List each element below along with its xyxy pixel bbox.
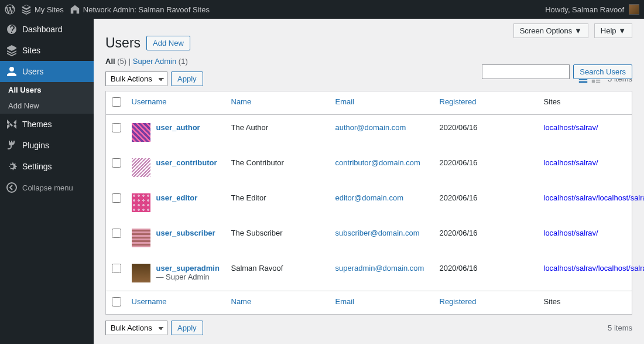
users-submenu: All Users Add New <box>0 82 94 114</box>
col-username[interactable]: Username <box>132 97 167 106</box>
col-email[interactable]: Email <box>335 97 355 106</box>
row-checkbox[interactable] <box>112 158 121 168</box>
submenu-all-users[interactable]: All Users <box>0 82 94 98</box>
wordpress-icon <box>5 4 15 15</box>
col-registered[interactable]: Registered <box>440 97 477 106</box>
cell-name: The Editor <box>225 185 330 220</box>
username-link[interactable]: user_subscriber <box>156 229 215 237</box>
row-checkbox[interactable] <box>112 229 121 238</box>
content-area: Screen Options ▼ Help ▼ Users Add New Al… <box>94 19 644 344</box>
username-link[interactable]: user_contributor <box>156 158 217 167</box>
item-count-bottom: 5 items <box>608 323 632 332</box>
site-link[interactable]: localhost/salrav/ <box>544 123 598 132</box>
table-row: user_author The Author author@domain.com… <box>106 115 632 151</box>
search-input[interactable] <box>482 64 570 79</box>
topbar: My Sites Network Admin: Salman Ravoof Si… <box>0 0 644 19</box>
sidebar-item-users[interactable]: Users <box>0 61 94 82</box>
avatar <box>132 229 150 247</box>
filter-all[interactable]: All (5) <box>105 57 126 66</box>
cell-sites: localhost/salrav/ <box>538 220 632 256</box>
sidebar-item-dashboard[interactable]: Dashboard <box>0 19 94 40</box>
table-row: user_subscriber The Subscriber subscribe… <box>106 220 632 256</box>
col-email-foot[interactable]: Email <box>335 297 355 306</box>
network-admin-label: Network Admin: Salman Ravoof Sites <box>83 5 210 14</box>
role-tag: — Super Admin <box>156 273 210 281</box>
col-sites: Sites <box>538 91 632 115</box>
submenu-add-new[interactable]: Add New <box>0 98 94 114</box>
select-all-top[interactable] <box>112 97 121 107</box>
apply-button-top[interactable]: Apply <box>171 71 203 86</box>
col-registered-foot[interactable]: Registered <box>440 297 477 306</box>
avatar <box>132 264 150 282</box>
site-link[interactable]: localhost/salrav/cats/ <box>598 264 644 273</box>
themes-icon <box>6 118 18 130</box>
select-all-bottom[interactable] <box>112 297 121 306</box>
site-link[interactable]: localhost/salrav/ <box>544 158 598 167</box>
screen-options-button[interactable]: Screen Options ▼ <box>513 23 588 38</box>
add-new-button[interactable]: Add New <box>146 36 190 50</box>
svg-rect-9 <box>596 81 600 83</box>
home-icon <box>70 4 80 15</box>
avatar <box>132 123 150 142</box>
username-link[interactable]: user_superadmin <box>156 264 220 273</box>
email-link[interactable]: contributor@domain.com <box>335 158 420 167</box>
wp-logo[interactable] <box>5 4 15 15</box>
row-checkbox[interactable] <box>112 193 121 203</box>
col-name-foot[interactable]: Name <box>231 297 252 306</box>
table-row: user_superadmin — Super Admin Salman Rav… <box>106 256 632 291</box>
email-link[interactable]: editor@domain.com <box>335 193 404 202</box>
network-admin-link[interactable]: Network Admin: Salman Ravoof Sites <box>70 4 210 15</box>
email-link[interactable]: subscriber@domain.com <box>335 229 420 237</box>
apply-button-bottom[interactable]: Apply <box>171 321 203 335</box>
cell-registered: 2020/06/16 <box>434 115 538 151</box>
cell-registered: 2020/06/16 <box>434 185 538 220</box>
site-link[interactable]: localhost/salrav/ <box>544 229 598 237</box>
plugins-label: Plugins <box>22 141 49 150</box>
users-label: Users <box>22 67 44 76</box>
site-link[interactable]: localhost/salrav/ <box>544 264 598 273</box>
email-link[interactable]: author@domain.com <box>335 123 406 132</box>
col-name[interactable]: Name <box>231 97 252 106</box>
cell-name: The Author <box>225 115 330 151</box>
col-username-foot[interactable]: Username <box>132 297 167 306</box>
avatar-icon <box>629 4 639 15</box>
page-title: Users <box>105 35 141 51</box>
avatar <box>132 193 150 212</box>
sites-label: Sites <box>22 46 40 55</box>
my-sites-link[interactable]: My Sites <box>21 4 64 15</box>
cell-sites: localhost/salrav/ <box>538 150 632 185</box>
users-icon <box>6 66 18 77</box>
cell-name: The Contributor <box>225 150 330 185</box>
sidebar-item-settings[interactable]: Settings <box>0 156 94 177</box>
admin-sidebar: Dashboard Sites Users All Users Add New … <box>0 19 94 344</box>
row-checkbox[interactable] <box>112 264 121 273</box>
collapse-menu[interactable]: Collapse menu <box>0 177 94 198</box>
site-link[interactable]: localhost/salrav/elephants/ <box>598 193 644 202</box>
username-link[interactable]: user_editor <box>156 193 198 202</box>
help-button[interactable]: Help ▼ <box>594 23 632 38</box>
row-checkbox[interactable] <box>112 123 121 132</box>
site-link[interactable]: localhost/salrav/ <box>544 193 598 202</box>
collapse-icon <box>6 182 18 193</box>
svg-rect-3 <box>579 81 587 83</box>
svg-point-0 <box>7 183 16 192</box>
username-link[interactable]: user_author <box>156 123 200 132</box>
email-link[interactable]: superadmin@domain.com <box>335 264 424 273</box>
users-table: Username Name Email Registered Sites use… <box>105 91 632 315</box>
sites-icon <box>21 4 32 15</box>
collapse-label: Collapse menu <box>22 183 73 192</box>
sidebar-item-themes[interactable]: Themes <box>0 114 94 135</box>
bulk-actions-select-bottom[interactable]: Bulk Actions <box>105 321 167 335</box>
bulk-actions-select-top[interactable]: Bulk Actions <box>105 71 167 86</box>
filter-super-admin[interactable]: Super Admin <box>133 57 176 66</box>
account-link[interactable]: Howdy, Salman Ravoof <box>545 4 639 15</box>
cell-sites: localhost/salrav/ <box>538 115 632 151</box>
sidebar-item-plugins[interactable]: Plugins <box>0 135 94 156</box>
cell-name: The Subscriber <box>225 220 330 256</box>
plugins-icon <box>6 139 18 151</box>
sidebar-item-sites[interactable]: Sites <box>0 40 94 61</box>
cell-sites: localhost/salrav/localhost/salrav/elepha… <box>538 185 632 220</box>
table-row: user_contributor The Contributor contrib… <box>106 150 632 185</box>
search-button[interactable]: Search Users <box>573 64 632 79</box>
settings-label: Settings <box>22 162 52 171</box>
